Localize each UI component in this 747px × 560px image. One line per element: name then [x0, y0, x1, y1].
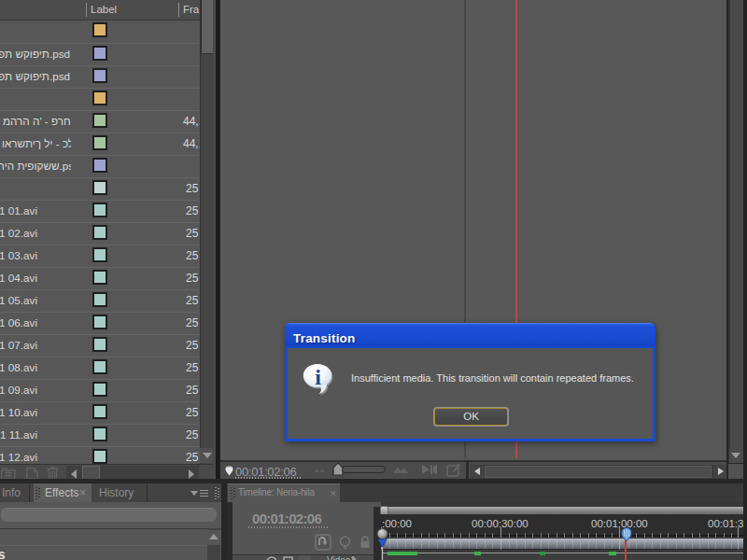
svg-text:i: i: [315, 365, 321, 389]
